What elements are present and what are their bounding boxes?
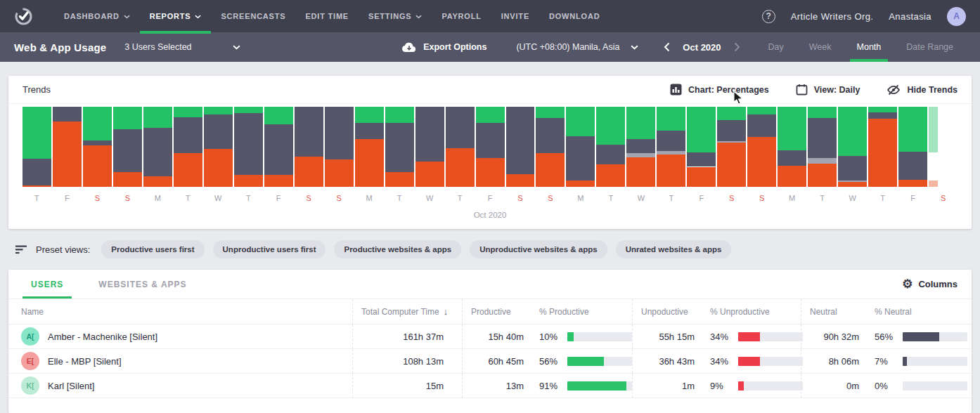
trend-bar-day-28[interactable] <box>838 107 867 187</box>
trend-bar-day-22[interactable] <box>657 107 685 187</box>
column-header-neutral[interactable]: Neutral <box>801 299 866 324</box>
trend-bar-stack <box>113 107 142 187</box>
next-period-button[interactable] <box>734 42 740 52</box>
timezone-select[interactable]: (UTC +08:00) Manila, Asia <box>516 42 638 52</box>
trend-bar-day-11[interactable] <box>325 107 354 187</box>
column-header-pct-productive[interactable]: % Productive <box>531 299 633 324</box>
trend-bar-day-2[interactable] <box>53 107 82 187</box>
columns-button[interactable]: ⚙ Columns <box>902 278 958 290</box>
users-select-dropdown[interactable]: 3 Users Selected <box>124 42 240 52</box>
view-mode-label: View: Daily <box>814 85 860 95</box>
day-label: S <box>747 194 776 202</box>
nav-item-screencasts[interactable]: SCREENCASTS <box>211 0 295 32</box>
nav-item-reports[interactable]: REPORTS <box>140 0 212 32</box>
column-header-total-computer-time[interactable]: Total Computer Time↓ <box>353 299 463 324</box>
chart-type-button[interactable]: Chart: Percentages <box>670 84 769 96</box>
trend-bar-day-20[interactable] <box>596 107 625 187</box>
tab-day[interactable]: Day <box>756 32 797 62</box>
trend-bar-day-10[interactable] <box>295 107 323 187</box>
trend-bar-day-12[interactable] <box>355 107 384 187</box>
trend-bar-day-7[interactable] <box>204 107 233 187</box>
segment-productive <box>174 107 202 117</box>
trend-bar-day-19[interactable] <box>566 107 595 187</box>
column-header-name[interactable]: Name <box>8 299 353 324</box>
trend-bar-stack <box>626 107 655 187</box>
preset-chip-productive-sites[interactable]: Productive websites & apps <box>334 240 461 258</box>
trend-bar-day-8[interactable] <box>234 107 263 187</box>
trend-bar-day-1[interactable] <box>22 107 51 187</box>
trend-bar-day-4[interactable] <box>113 107 142 187</box>
column-header-pct-neutral[interactable]: % Neutral <box>866 299 972 324</box>
pct-neutral-cell: 7% <box>866 349 972 373</box>
trend-bar-day-29[interactable] <box>868 107 897 187</box>
tab-users[interactable]: USERS <box>22 270 72 299</box>
user-avatar[interactable]: A <box>947 7 966 26</box>
help-icon[interactable]: ? <box>762 10 775 23</box>
timedoctor-logo-icon[interactable] <box>14 7 33 26</box>
column-header-productive[interactable]: Productive <box>463 299 531 324</box>
preset-chip-productive-users[interactable]: Productive users first <box>101 240 204 258</box>
table-row-user-2[interactable]: E[Elle - MBP [Silent]108h 13m60h 45m56%3… <box>8 349 972 374</box>
user-name[interactable]: Anastasia <box>889 11 931 22</box>
trend-bar-day-6[interactable] <box>174 107 202 187</box>
trend-bar-day-3[interactable] <box>83 107 112 187</box>
trend-bar-day-31[interactable] <box>929 107 958 187</box>
organization-name[interactable]: Article Writers Org. <box>791 11 874 22</box>
tab-websites-apps[interactable]: WEBSITES & APPS <box>90 270 195 299</box>
tab-date-range[interactable]: Date Range <box>894 32 966 62</box>
table-row-user-3[interactable]: K[Karl [Silent]15m13m91%1m9%0m0% <box>8 374 972 398</box>
tab-month[interactable]: Month <box>844 32 894 62</box>
segment-productive <box>657 107 685 131</box>
column-header-pct-unproductive[interactable]: % Unproductive <box>702 299 801 324</box>
preset-views-label: Preset views: <box>36 244 90 255</box>
hide-trends-button[interactable]: Hide Trends <box>886 84 958 96</box>
view-mode-button[interactable]: View: Daily <box>796 84 860 96</box>
segment-productive <box>22 107 51 159</box>
preset-chip-unrated-sites[interactable]: Unrated websites & apps <box>616 240 732 258</box>
trend-bar-day-16[interactable] <box>476 107 505 187</box>
prev-period-button[interactable] <box>664 42 670 52</box>
segment-productive <box>717 107 746 120</box>
segment-neutral <box>22 159 51 185</box>
nav-item-edit-time[interactable]: EDIT TIME <box>295 0 359 32</box>
trend-bar-day-24[interactable] <box>717 107 746 187</box>
export-options-button[interactable]: Export Options <box>401 41 486 53</box>
trend-bar-day-17[interactable] <box>506 107 535 187</box>
preset-chip-unproductive-users[interactable]: Unproductive users first <box>213 240 326 258</box>
table-row-user-1[interactable]: A[Amber - Machenike [Silent]161h 37m15h … <box>8 324 972 349</box>
trend-bar-day-23[interactable] <box>687 107 716 187</box>
nav-item-payroll[interactable]: PAYROLL <box>432 0 491 32</box>
user-avatar: K[ <box>21 376 39 395</box>
trend-bar-day-25[interactable] <box>747 107 776 187</box>
trend-bar-day-5[interactable] <box>143 107 172 187</box>
trend-bar-day-18[interactable] <box>536 107 565 187</box>
trend-bar-day-9[interactable] <box>264 107 293 187</box>
nav-item-label: SETTINGS <box>368 12 411 20</box>
trend-bar-day-27[interactable] <box>808 107 837 187</box>
trend-bar-day-26[interactable] <box>778 107 806 187</box>
segment-productive <box>385 107 414 123</box>
segment-unproductive <box>53 122 82 187</box>
percent-value: 7% <box>875 356 898 367</box>
progress-track <box>903 381 967 391</box>
trend-bar-day-15[interactable] <box>446 107 475 187</box>
nav-item-download[interactable]: DOWNLOAD <box>539 0 610 32</box>
tab-week[interactable]: Week <box>797 32 844 62</box>
nav-item-label: INVITE <box>501 12 529 20</box>
segment-productive <box>204 107 233 114</box>
segment-neutral <box>536 118 565 153</box>
trend-bar-day-30[interactable] <box>898 107 927 187</box>
trend-bar-day-13[interactable] <box>385 107 414 187</box>
nav-item-settings[interactable]: SETTINGS <box>359 0 432 32</box>
nav-item-invite[interactable]: INVITE <box>491 0 539 32</box>
progress-fill <box>738 332 760 341</box>
column-header-unproductive[interactable]: Unpoductive <box>633 299 702 324</box>
trend-bar-day-14[interactable] <box>415 107 444 187</box>
preset-chip-unproductive-sites[interactable]: Unproductive websites & apps <box>470 240 607 258</box>
nav-item-dashboard[interactable]: DASHBOARD <box>54 0 140 32</box>
segment-productive <box>747 107 776 114</box>
trend-bar-day-21[interactable] <box>626 107 655 187</box>
trend-bar-stack <box>415 107 444 187</box>
day-label: T <box>657 194 685 202</box>
trend-bar-stack <box>717 107 746 187</box>
